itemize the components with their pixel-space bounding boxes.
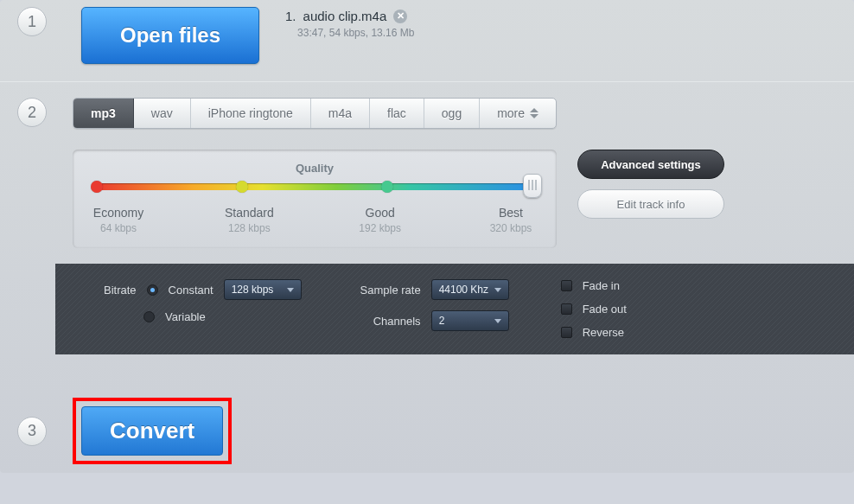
bitrate-variable-radio[interactable] (143, 311, 155, 322)
quality-label-best: Best (481, 206, 541, 220)
quality-tick-standard (236, 181, 248, 193)
quality-value-good: 192 kbps (350, 222, 411, 234)
channels-select[interactable]: 2 (431, 310, 509, 331)
step-2-badge: 2 (17, 98, 47, 127)
tab-more[interactable]: more (480, 99, 556, 128)
sample-rate-value: 44100 Khz (439, 284, 488, 296)
quality-label-economy: Economy (88, 206, 149, 220)
tab-m4a[interactable]: m4a (311, 99, 370, 128)
reverse-label: Reverse (583, 326, 624, 339)
advanced-settings-button[interactable]: Advanced settings (577, 150, 724, 179)
quality-thumb[interactable] (523, 174, 542, 198)
fade-out-label: Fade out (583, 303, 627, 316)
tab-iphone-ringtone[interactable]: iPhone ringtone (191, 99, 311, 128)
bitrate-select-value: 128 kbps (232, 284, 274, 296)
step-1-badge: 1 (17, 7, 47, 36)
caret-down-icon (494, 319, 501, 323)
quality-title: Quality (97, 162, 532, 175)
bitrate-constant-label: Constant (169, 284, 214, 297)
convert-button[interactable]: Convert (81, 406, 223, 456)
bitrate-select[interactable]: 128 kbps (224, 279, 302, 300)
format-tabs: mp3 wav iPhone ringtone m4a flac ogg mor… (73, 98, 557, 129)
channels-value: 2 (439, 315, 445, 327)
sample-rate-label: Sample rate (354, 284, 421, 297)
file-entry: 1. audio clip.m4a ✕ (285, 9, 414, 23)
file-index: 1. (285, 9, 296, 23)
quality-value-best: 320 kbps (481, 222, 541, 234)
remove-file-icon[interactable]: ✕ (393, 10, 407, 23)
quality-label-good: Good (350, 206, 411, 220)
tab-wav[interactable]: wav (134, 99, 191, 128)
quality-panel: Quality Economy64 kbps Standard128 kbps … (73, 150, 557, 248)
fade-out-checkbox[interactable] (561, 303, 572, 315)
quality-value-economy: 64 kbps (88, 222, 149, 234)
edit-track-info-button[interactable]: Edit track info (577, 189, 724, 219)
advanced-panel: Bitrate Constant 128 kbps Variable Sampl… (55, 264, 854, 354)
tab-mp3[interactable]: mp3 (73, 99, 134, 128)
chevron-updown-icon (530, 108, 539, 118)
bitrate-label: Bitrate (104, 284, 137, 297)
bitrate-variable-label: Variable (165, 310, 206, 323)
tab-more-label: more (497, 106, 525, 120)
tab-ogg[interactable]: ogg (424, 99, 480, 128)
channels-label: Channels (354, 315, 421, 328)
reverse-checkbox[interactable] (561, 327, 572, 338)
open-files-button[interactable]: Open files (81, 7, 259, 64)
quality-tick-economy (91, 181, 103, 193)
tab-flac[interactable]: flac (370, 99, 424, 128)
step-3-badge: 3 (17, 417, 47, 446)
file-meta: 33:47, 54 kbps, 13.16 Mb (297, 27, 414, 39)
quality-label-standard: Standard (219, 206, 279, 220)
quality-tick-good (381, 181, 393, 193)
caret-down-icon (494, 288, 501, 292)
sample-rate-select[interactable]: 44100 Khz (431, 279, 509, 300)
fade-in-label: Fade in (583, 279, 620, 292)
file-name: audio clip.m4a (303, 9, 387, 23)
bitrate-constant-radio[interactable] (147, 284, 158, 296)
quality-slider[interactable] (97, 183, 532, 190)
fade-in-checkbox[interactable] (561, 280, 572, 291)
quality-value-standard: 128 kbps (219, 222, 279, 234)
highlight-box: Convert (73, 398, 232, 464)
caret-down-icon (287, 288, 294, 292)
